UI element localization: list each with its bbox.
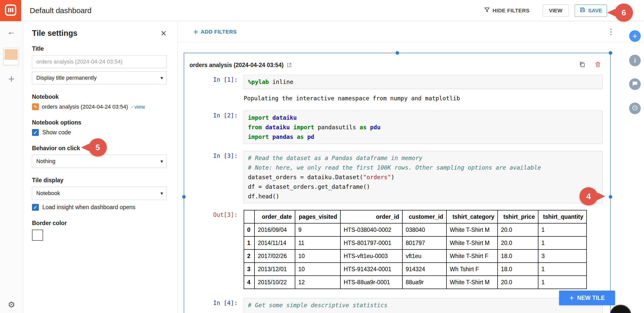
view-notebook-link[interactable]: - view [131, 104, 145, 110]
chevron-down-icon: ▾ [160, 190, 163, 196]
table-cell: White T-Shirt F [446, 249, 498, 263]
notebook-tile[interactable]: orders analysis (2024-04-24 03:54) In [1… [184, 53, 611, 313]
canvas-menu-button[interactable]: ⋮ [607, 27, 615, 36]
table-cell: 038040 [402, 223, 446, 236]
new-tile-button[interactable]: + NEW TILE [559, 291, 615, 305]
discussions-fab-button[interactable] [629, 78, 641, 90]
panel-header: Tile settings ✕ [32, 21, 167, 38]
table-cell: White T-Shirt M [446, 223, 498, 236]
table-header-cell: tshirt_category [446, 210, 498, 223]
dashboard-canvas: + ADD FILTERS ⋮ orders analysis (2024-04… [178, 21, 644, 313]
annotation-step-5: 5 [89, 138, 107, 156]
code-line: # Note: here, we only read the first 100… [248, 163, 598, 172]
table-cell: 1 [538, 223, 587, 236]
annotation-number: 6 [622, 8, 626, 17]
tile-display-value: Notebook [36, 190, 60, 197]
add-page-button[interactable]: + [0, 73, 23, 85]
resize-handle-top-center[interactable] [396, 51, 399, 55]
notebook-name: orders analysis (2024-04-24 03:54) [42, 104, 128, 110]
tile-title-input[interactable] [32, 55, 167, 68]
hide-filters-button[interactable]: HIDE FILTERS [484, 7, 530, 14]
table-cell: 20.0 [498, 236, 538, 249]
cell-output-text: Populating the interactive namespace fro… [244, 93, 603, 103]
tile-display-select[interactable]: Notebook ▾ [32, 187, 167, 200]
cell-input-label: In [3]: [189, 151, 244, 203]
dataframe-table: order_datepages_visitedorder_idcustomer_… [244, 210, 587, 289]
resize-handle-top-right[interactable] [609, 51, 612, 55]
code-line: # Read the dataset as a Pandas dataframe… [248, 153, 598, 163]
table-cell: 18.0 [498, 249, 538, 263]
save-button[interactable]: SAVE [575, 5, 607, 17]
back-button[interactable]: ← [0, 27, 23, 37]
border-color-swatch[interactable] [32, 230, 43, 241]
tile-actions [579, 61, 603, 69]
back-arrow-icon: ← [7, 27, 16, 36]
show-code-row: ✓ Show code [32, 129, 167, 136]
table-cell: vft1eu [402, 249, 446, 263]
table-cell: HTS-801797-0001 [340, 236, 402, 249]
table-cell: HTS-vft1eu-0003 [340, 249, 402, 263]
code-input[interactable]: %pylab inline [244, 75, 603, 89]
show-code-label: Show code [42, 129, 71, 136]
load-insight-checkbox[interactable]: ✓ [32, 204, 39, 211]
page-thumbnail[interactable] [3, 48, 19, 65]
external-link-icon[interactable] [286, 62, 292, 68]
load-insight-label: Load insight when dashboard opens [42, 204, 136, 211]
code-line: from dataiku import pandasutils as pdu [248, 122, 598, 132]
add-filters-button[interactable]: + ADD FILTERS [193, 27, 237, 36]
code-input[interactable]: # Read the dataset as a Pandas dataframe… [244, 151, 603, 203]
close-panel-button[interactable]: ✕ [160, 29, 167, 38]
page-thumbnail-preview [5, 49, 18, 60]
code-input[interactable]: # Get some simple descriptive statistics [244, 298, 603, 313]
table-cell: HTS-88ua9r-0001 [340, 276, 402, 289]
notebook-cell: In [4]: # Get some simple descriptive st… [184, 298, 610, 313]
table-header-cell: pages_visited [295, 210, 340, 223]
pencil-icon: ✎ [34, 104, 37, 110]
title-display-select[interactable]: Display title permanently ▾ [32, 71, 167, 84]
close-icon: ✕ [160, 29, 167, 38]
view-button[interactable]: VIEW [543, 5, 569, 17]
annotation-number: 4 [586, 192, 591, 201]
plus-icon: + [569, 294, 574, 302]
show-code-checkbox[interactable]: ✓ [32, 129, 39, 136]
panel-title: Tile settings [32, 29, 77, 38]
code-line: # Get some simple descriptive statistics [248, 300, 598, 310]
add-fab-button[interactable]: + [629, 30, 641, 42]
border-color-label: Border color [32, 220, 167, 227]
table-cell: 2014/11/14 [254, 236, 295, 249]
notebook-icon: ✎ [32, 103, 39, 110]
annotation-arrow-6 [607, 9, 615, 16]
dataiku-logo[interactable] [0, 0, 21, 21]
table-cell: 2017/02/26 [254, 249, 295, 263]
code-input[interactable]: import dataikufrom dataiku import pandas… [244, 111, 603, 144]
screen: Default dashboard HIDE FILTERS VIEW SAVE… [0, 0, 644, 313]
cell-input-label: In [4]: [189, 298, 244, 313]
row-index-cell: 0 [244, 223, 254, 236]
info-fab-button[interactable]: i [629, 55, 641, 66]
code-line: df.head() [248, 192, 598, 201]
cell-output-spacer [189, 93, 244, 103]
table-header-cell: tshirt_quantity [538, 210, 587, 223]
dashboard-settings-button[interactable]: ⚙ [0, 300, 23, 309]
check-icon: ✓ [33, 130, 38, 136]
table-cell: 1 [538, 236, 587, 249]
table-cell: 11 [295, 236, 340, 249]
behavior-select[interactable]: Nothing ▾ [32, 155, 167, 168]
history-fab-button[interactable] [629, 103, 641, 114]
table-header-cell: order_date [254, 210, 295, 223]
resize-handle-left-middle[interactable] [182, 195, 186, 199]
chat-icon [632, 81, 638, 88]
resize-handle-right-middle[interactable] [609, 195, 612, 199]
table-row: 02016/09/049HTS-038040-0002038040White T… [244, 223, 587, 236]
tile-title: orders analysis (2024-04-24 03:54) [189, 62, 283, 69]
notebook-cell: In [2]: import dataikufrom dataiku impor… [184, 111, 610, 144]
delete-tile-icon[interactable] [595, 61, 601, 69]
table-cell: 2013/12/01 [254, 263, 295, 276]
notebook-cell-output: Populating the interactive namespace fro… [184, 93, 610, 103]
gear-icon: ⚙ [8, 300, 15, 309]
row-index-cell: 2 [244, 249, 254, 263]
row-index-cell: 3 [244, 263, 254, 276]
notebook-cell: In [1]: %pylab inline [184, 75, 610, 89]
copy-tile-icon[interactable] [579, 61, 586, 69]
notebook-reference-row: ✎ orders analysis (2024-04-24 03:54) - v… [32, 103, 167, 110]
